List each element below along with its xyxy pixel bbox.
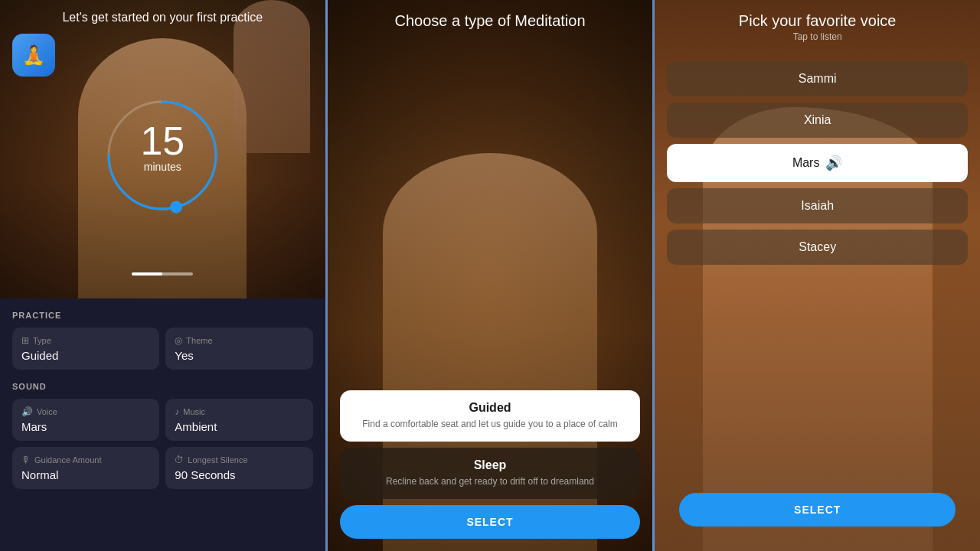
music-value: Ambient — [175, 420, 303, 433]
voice-list: Sammi Xinia Mars 🔊 Isaiah Stacey — [655, 61, 980, 265]
theme-label: Theme — [186, 336, 212, 345]
guidance-icon: 🎙 — [21, 455, 31, 465]
voice-value: Mars — [21, 420, 150, 433]
guidance-value: Normal — [21, 468, 150, 481]
type-label: Type — [33, 336, 51, 345]
guided-title: Guided — [352, 401, 629, 415]
silence-value: 90 Seconds — [175, 468, 303, 481]
svg-point-2 — [169, 200, 185, 215]
practice-header-title: Let's get started on your first practice — [0, 11, 325, 24]
theme-card[interactable]: ◎ Theme Yes — [165, 328, 312, 370]
guidance-card[interactable]: 🎙 Guidance Amount Normal — [12, 447, 159, 489]
music-header: ♪ Music — [175, 406, 303, 417]
timer-display: 15 minutes — [140, 121, 185, 173]
voice-select-button[interactable]: SELECT — [679, 493, 956, 527]
silence-icon: ⏱ — [175, 455, 184, 465]
music-icon: ♪ — [175, 406, 179, 417]
type-icon: ⊞ — [21, 335, 29, 346]
voice-picker-subtitle: Tap to listen — [655, 31, 980, 42]
guidance-header: 🎙 Guidance Amount — [21, 455, 150, 465]
timer-number: 15 — [140, 121, 185, 161]
panel-meditation-type: Choose a type of Meditation Guided Find … — [328, 0, 653, 551]
voice-item-stacey[interactable]: Stacey — [667, 230, 968, 265]
panel-voice-picker: Pick your favorite voice Tap to listen S… — [655, 0, 980, 551]
voice-select-container: SELECT — [667, 493, 968, 539]
silence-card[interactable]: ⏱ Longest Silence 90 Seconds — [165, 447, 312, 489]
voice-item-mars[interactable]: Mars 🔊 — [667, 144, 968, 182]
theme-header: ◎ Theme — [175, 335, 303, 346]
meditation-options-container: Guided Find a comfortable seat and let u… — [328, 390, 653, 551]
voice-label: Voice — [37, 407, 57, 416]
type-header: ⊞ Type — [21, 335, 150, 346]
meditation-type-title: Choose a type of Meditation — [328, 12, 653, 30]
sleep-title: Sleep — [352, 458, 629, 472]
voice-picker-title: Pick your favorite voice — [655, 12, 980, 30]
theme-value: Yes — [175, 349, 303, 362]
panel-practice: 🧘 Let's get started on your first practi… — [0, 0, 325, 551]
mars-name: Mars — [792, 156, 820, 170]
practice-details: PRACTICE ⊞ Type Guided ◎ Theme Yes SOUND — [0, 298, 325, 551]
app-icon[interactable]: 🧘 — [12, 34, 55, 77]
speaker-icon: 🔊 — [825, 155, 842, 171]
timer-label: minutes — [140, 161, 185, 173]
silence-label: Longest Silence — [188, 455, 247, 465]
practice-grid: ⊞ Type Guided ◎ Theme Yes — [12, 328, 313, 370]
voice-header: 🔊 Voice — [21, 406, 150, 417]
meditation-select-button[interactable]: SELECT — [340, 505, 641, 539]
voice-item-isaiah[interactable]: Isaiah — [667, 188, 968, 223]
guided-desc: Find a comfortable seat and let us guide… — [352, 418, 629, 431]
guidance-label: Guidance Amount — [34, 455, 101, 465]
practice-section-label: PRACTICE — [12, 311, 313, 320]
voice-item-sammi[interactable]: Sammi — [667, 61, 968, 96]
silence-header: ⏱ Longest Silence — [175, 455, 303, 465]
type-value: Guided — [21, 349, 150, 362]
practice-hero-image: 🧘 Let's get started on your first practi… — [0, 0, 325, 298]
voice-card[interactable]: 🔊 Voice Mars — [12, 399, 159, 441]
music-label: Music — [183, 407, 205, 416]
voice-icon: 🔊 — [21, 406, 33, 417]
sound-section-label: SOUND — [12, 382, 313, 391]
progress-bar — [132, 272, 193, 276]
voice-picker-header: Pick your favorite voice Tap to listen — [655, 12, 980, 42]
sleep-option[interactable]: Sleep Recline back and get ready to drif… — [340, 448, 641, 499]
sound-grid: 🔊 Voice Mars ♪ Music Ambient 🎙 Guidance … — [12, 399, 313, 489]
progress-bar-fill — [132, 272, 162, 276]
music-card[interactable]: ♪ Music Ambient — [165, 399, 312, 441]
theme-icon: ◎ — [175, 335, 182, 346]
sleep-desc: Recline back and get ready to drift off … — [352, 475, 629, 488]
type-card[interactable]: ⊞ Type Guided — [12, 328, 159, 370]
voice-item-xinia[interactable]: Xinia — [667, 103, 968, 138]
guided-option[interactable]: Guided Find a comfortable seat and let u… — [340, 390, 641, 442]
